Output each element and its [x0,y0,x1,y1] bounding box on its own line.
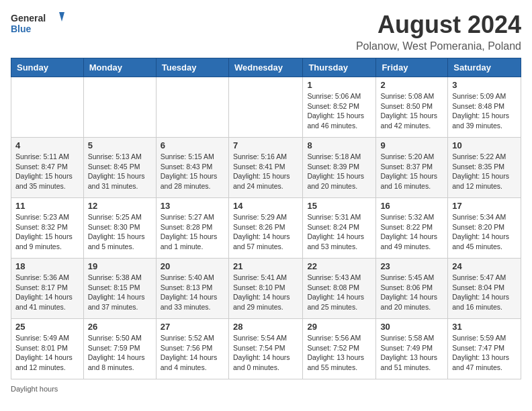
day-number: 17 [452,201,517,211]
table-row: 23Sunrise: 5:45 AM Sunset: 8:06 PM Dayli… [376,259,448,319]
calendar-week-4: 18Sunrise: 5:36 AM Sunset: 8:17 PM Dayli… [11,259,521,319]
table-row: 22Sunrise: 5:43 AM Sunset: 8:08 PM Dayli… [303,259,376,319]
table-row [156,77,228,138]
day-info: Sunrise: 5:41 AM Sunset: 8:10 PM Dayligh… [233,273,298,312]
table-row: 6Sunrise: 5:15 AM Sunset: 8:43 PM Daylig… [156,138,228,198]
svg-text:Blue: Blue [11,24,32,34]
day-number: 25 [15,322,79,332]
footer: Daylight hours [11,385,521,393]
table-row: 4Sunrise: 5:11 AM Sunset: 8:47 PM Daylig… [11,138,84,198]
col-thursday: Thursday [303,58,376,77]
day-info: Sunrise: 5:34 AM Sunset: 8:20 PM Dayligh… [452,212,517,252]
day-info: Sunrise: 5:11 AM Sunset: 8:47 PM Dayligh… [15,152,79,191]
table-row: 3Sunrise: 5:09 AM Sunset: 8:48 PM Daylig… [448,77,521,138]
day-info: Sunrise: 5:13 AM Sunset: 8:45 PM Dayligh… [88,152,152,191]
day-number: 10 [452,140,517,150]
table-row [228,77,302,138]
day-info: Sunrise: 5:50 AM Sunset: 7:59 PM Dayligh… [88,333,152,373]
table-row: 9Sunrise: 5:20 AM Sunset: 8:37 PM Daylig… [376,138,448,198]
day-info: Sunrise: 5:20 AM Sunset: 8:37 PM Dayligh… [380,152,443,191]
day-number: 4 [15,140,79,150]
calendar-header-row: Sunday Monday Tuesday Wednesday Thursday… [11,58,521,77]
day-number: 18 [15,261,79,271]
calendar-table: Sunday Monday Tuesday Wednesday Thursday… [11,58,521,379]
daylight-label: Daylight hours [11,385,58,393]
day-info: Sunrise: 5:16 AM Sunset: 8:41 PM Dayligh… [233,152,298,191]
table-row: 16Sunrise: 5:32 AM Sunset: 8:22 PM Dayli… [376,198,448,259]
day-number: 16 [380,201,443,211]
day-number: 31 [452,322,517,332]
day-info: Sunrise: 5:58 AM Sunset: 7:49 PM Dayligh… [380,333,443,373]
day-info: Sunrise: 5:23 AM Sunset: 8:32 PM Dayligh… [15,212,79,252]
main-title: August 2024 [356,11,521,39]
day-info: Sunrise: 5:27 AM Sunset: 8:28 PM Dayligh… [161,212,224,252]
day-number: 8 [307,140,371,150]
table-row: 11Sunrise: 5:23 AM Sunset: 8:32 PM Dayli… [11,198,84,259]
table-row: 31Sunrise: 5:59 AM Sunset: 7:47 PM Dayli… [448,319,521,379]
logo-svg: General Blue [11,11,64,38]
day-info: Sunrise: 5:54 AM Sunset: 7:54 PM Dayligh… [233,333,298,373]
page-header: General Blue August 2024 Polanow, West P… [11,11,521,52]
day-info: Sunrise: 5:40 AM Sunset: 8:13 PM Dayligh… [161,273,224,312]
calendar-week-5: 25Sunrise: 5:49 AM Sunset: 8:01 PM Dayli… [11,319,521,379]
day-number: 11 [15,201,79,211]
title-section: August 2024 Polanow, West Pomerania, Pol… [356,11,521,52]
svg-marker-2 [59,12,64,21]
day-number: 14 [233,201,298,211]
day-info: Sunrise: 5:45 AM Sunset: 8:06 PM Dayligh… [380,273,443,312]
day-number: 23 [380,261,443,271]
day-number: 20 [161,261,224,271]
day-info: Sunrise: 5:18 AM Sunset: 8:39 PM Dayligh… [307,152,371,191]
day-number: 15 [307,201,371,211]
table-row: 1Sunrise: 5:06 AM Sunset: 8:52 PM Daylig… [303,77,376,138]
table-row [83,77,156,138]
table-row: 28Sunrise: 5:54 AM Sunset: 7:54 PM Dayli… [228,319,302,379]
table-row: 17Sunrise: 5:34 AM Sunset: 8:20 PM Dayli… [448,198,521,259]
table-row: 20Sunrise: 5:40 AM Sunset: 8:13 PM Dayli… [156,259,228,319]
day-number: 28 [233,322,298,332]
logo: General Blue [11,11,64,38]
day-info: Sunrise: 5:38 AM Sunset: 8:15 PM Dayligh… [88,273,152,312]
table-row: 27Sunrise: 5:52 AM Sunset: 7:56 PM Dayli… [156,319,228,379]
table-row: 21Sunrise: 5:41 AM Sunset: 8:10 PM Dayli… [228,259,302,319]
day-number: 21 [233,261,298,271]
day-info: Sunrise: 5:56 AM Sunset: 7:52 PM Dayligh… [307,333,371,373]
day-number: 27 [161,322,224,332]
day-number: 30 [380,322,443,332]
table-row: 8Sunrise: 5:18 AM Sunset: 8:39 PM Daylig… [303,138,376,198]
svg-text:General: General [11,13,46,24]
day-number: 12 [88,201,152,211]
day-number: 9 [380,140,443,150]
col-monday: Monday [83,58,156,77]
table-row: 18Sunrise: 5:36 AM Sunset: 8:17 PM Dayli… [11,259,84,319]
day-info: Sunrise: 5:49 AM Sunset: 8:01 PM Dayligh… [15,333,79,373]
calendar-week-1: 1Sunrise: 5:06 AM Sunset: 8:52 PM Daylig… [11,77,521,138]
day-info: Sunrise: 5:09 AM Sunset: 8:48 PM Dayligh… [452,91,517,131]
day-info: Sunrise: 5:36 AM Sunset: 8:17 PM Dayligh… [15,273,79,312]
table-row: 13Sunrise: 5:27 AM Sunset: 8:28 PM Dayli… [156,198,228,259]
day-number: 22 [307,261,371,271]
day-number: 6 [161,140,224,150]
table-row: 19Sunrise: 5:38 AM Sunset: 8:15 PM Dayli… [83,259,156,319]
col-tuesday: Tuesday [156,58,228,77]
day-number: 2 [380,80,443,90]
table-row: 5Sunrise: 5:13 AM Sunset: 8:45 PM Daylig… [83,138,156,198]
col-friday: Friday [376,58,448,77]
calendar-week-2: 4Sunrise: 5:11 AM Sunset: 8:47 PM Daylig… [11,138,521,198]
day-number: 5 [88,140,152,150]
day-info: Sunrise: 5:59 AM Sunset: 7:47 PM Dayligh… [452,333,517,373]
day-info: Sunrise: 5:22 AM Sunset: 8:35 PM Dayligh… [452,152,517,191]
table-row: 7Sunrise: 5:16 AM Sunset: 8:41 PM Daylig… [228,138,302,198]
table-row: 15Sunrise: 5:31 AM Sunset: 8:24 PM Dayli… [303,198,376,259]
table-row: 12Sunrise: 5:25 AM Sunset: 8:30 PM Dayli… [83,198,156,259]
day-info: Sunrise: 5:52 AM Sunset: 7:56 PM Dayligh… [161,333,224,373]
day-number: 1 [307,80,371,90]
table-row: 25Sunrise: 5:49 AM Sunset: 8:01 PM Dayli… [11,319,84,379]
table-row: 10Sunrise: 5:22 AM Sunset: 8:35 PM Dayli… [448,138,521,198]
day-number: 29 [307,322,371,332]
day-number: 26 [88,322,152,332]
table-row: 14Sunrise: 5:29 AM Sunset: 8:26 PM Dayli… [228,198,302,259]
calendar-week-3: 11Sunrise: 5:23 AM Sunset: 8:32 PM Dayli… [11,198,521,259]
day-info: Sunrise: 5:06 AM Sunset: 8:52 PM Dayligh… [307,91,371,131]
day-number: 24 [452,261,517,271]
